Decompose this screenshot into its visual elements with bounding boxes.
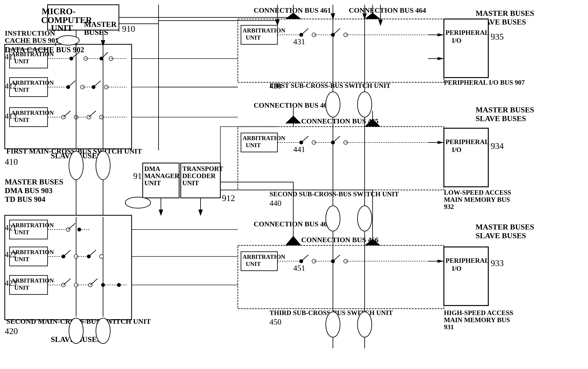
peripheral-io-935-label1: PERIPHERAL — [445, 29, 489, 36]
svg-point-159 — [326, 206, 340, 231]
conn-bus-464-label: CONNECTION BUS 464 — [349, 6, 426, 14]
dma-manager-label3: UNIT — [144, 179, 161, 187]
arb-422-label1: ARBITRATION — [11, 249, 54, 255]
instruction-cache-label2: CACHE BUS 901 — [5, 36, 59, 44]
low-speed-label3: 932 — [444, 203, 454, 210]
conn-bus-462-label: CONNECTION BUS 462 — [254, 101, 331, 109]
low-speed-label1: LOW-SPEED ACCESS — [444, 189, 511, 196]
high-speed-label2: MAIN MEMORY BUS — [444, 316, 510, 324]
dma-manager-label1: DMA — [144, 165, 160, 172]
label-413: 413 — [5, 112, 17, 120]
high-speed-label1: HIGH-SPEED ACCESS — [444, 309, 513, 317]
label-910: 910 — [122, 24, 135, 34]
slave-buses-mid-right: SLAVE BUSES — [476, 114, 526, 123]
master-buses-bot-right: MASTER BUSES — [476, 223, 534, 231]
label-412: 412 — [5, 81, 17, 90]
dma-bus-label: DMA BUS 903 — [5, 186, 52, 195]
td-bus-label: TD BUS 904 — [5, 195, 45, 203]
master-buses-mid-right: MASTER BUSES — [476, 106, 534, 114]
svg-point-63 — [100, 255, 103, 258]
label-450: 450 — [270, 317, 281, 326]
svg-point-77 — [96, 151, 110, 180]
micro-computer-label: MICRO- — [42, 7, 76, 16]
conn-bus-465-label: CONNECTION BUS 465 — [301, 117, 378, 125]
svg-point-76 — [69, 151, 83, 180]
diagram-container: MICRO- COMPUTER UNIT 910 FIRST MAIN-CROS… — [0, 0, 588, 369]
svg-rect-117 — [444, 128, 488, 187]
data-cache-label: DATA CACHE BUS 902 — [5, 45, 84, 54]
conn-bus-466-label: CONNECTION BUS 466 — [301, 236, 378, 244]
arb-441-label1: ARBITRATION — [242, 135, 285, 141]
instruction-cache-label: INSTRUCTION — [5, 29, 55, 37]
peripheral-io-934-label2: I/O — [452, 146, 462, 153]
arb-451-label2: UNIT — [246, 260, 261, 267]
label-422: 422 — [5, 250, 17, 259]
label-421: 421 — [5, 223, 17, 232]
label-423: 423 — [5, 279, 17, 288]
peripheral-io-934-label1: PERIPHERAL — [445, 138, 489, 146]
label-451: 451 — [293, 264, 305, 272]
arb-423-label1: ARBITRATION — [11, 277, 54, 284]
svg-point-73 — [117, 283, 121, 287]
arb-431-label2: UNIT — [246, 34, 261, 41]
label-440: 440 — [270, 199, 281, 208]
master-buses-label-top2: BUSES — [84, 28, 108, 36]
conn-bus-463-label: CONNECTION BUS 463 — [254, 220, 331, 228]
label-430: 430 — [270, 81, 281, 90]
master-buses-label-top: MASTER — [84, 20, 117, 29]
low-speed-label2: MAIN MEMORY BUS — [444, 196, 510, 203]
arb-451-label1: ARBITRATION — [242, 253, 285, 260]
dma-manager-label2: MANAGER — [144, 172, 179, 180]
peripheral-io-933-label2: I/O — [452, 265, 462, 272]
svg-point-41 — [57, 36, 79, 45]
label-420: 420 — [5, 326, 18, 336]
peripheral-io-933-label1: PERIPHERAL — [445, 257, 489, 264]
label-934: 934 — [491, 141, 504, 151]
label-912: 912 — [222, 193, 235, 203]
svg-point-162 — [357, 312, 372, 337]
svg-point-158 — [357, 92, 372, 117]
label-410: 410 — [5, 157, 18, 167]
transport-decoder-label2: DECODER — [182, 172, 216, 180]
peripheral-io-935-label2: I/O — [452, 37, 462, 44]
transport-decoder-label3: UNIT — [182, 179, 199, 187]
svg-point-160 — [357, 206, 372, 231]
arb-441-label2: UNIT — [246, 142, 261, 149]
transport-decoder-label1: TRANSPORT — [182, 165, 223, 172]
svg-point-78 — [69, 318, 83, 343]
arb-421-label1: ARBITRATION — [11, 222, 54, 229]
master-buses-label-mid: MASTER BUSES — [5, 178, 63, 186]
svg-rect-97 — [444, 19, 488, 78]
label-431: 431 — [293, 37, 305, 46]
conn-bus-461-label: CONNECTION BUS 461 — [254, 6, 331, 14]
slave-buses-bot-right: SLAVE BUSES — [476, 231, 526, 240]
svg-point-157 — [326, 92, 340, 117]
svg-point-161 — [326, 312, 340, 337]
svg-point-79 — [96, 318, 110, 343]
svg-rect-137 — [444, 247, 488, 306]
arb-431-label1: ARBITRATION — [242, 27, 285, 34]
arb-412-label1: ARBITRATION — [11, 79, 54, 86]
label-935: 935 — [491, 32, 504, 41]
peripheral-io-bus-label: PERIPHERAL I/O BUS 907 — [444, 79, 525, 86]
second-sub-cross-label: SECOND SUB-CROSS-BUS SWITCH UNIT — [270, 190, 399, 198]
high-speed-label3: 931 — [444, 323, 454, 331]
arb-413-label1: ARBITRATION — [11, 110, 54, 116]
first-sub-cross-label: FIRST SUB-CROSS-BUS SWITCH UNIT — [270, 82, 391, 89]
master-buses-top-right: MASTER BUSES — [476, 9, 534, 17]
label-933: 933 — [491, 258, 504, 268]
label-441: 441 — [293, 145, 305, 154]
svg-point-44 — [125, 197, 151, 208]
arb-411-label2: UNIT — [14, 58, 29, 65]
